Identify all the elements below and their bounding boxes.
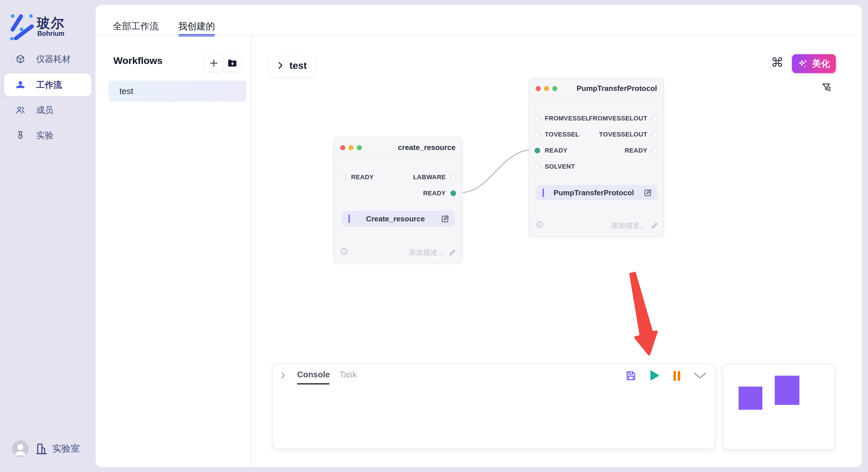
port-circle[interactable] — [341, 174, 346, 180]
avatar[interactable] — [12, 440, 29, 457]
info-icon[interactable] — [536, 221, 543, 228]
minimap-node — [739, 386, 763, 410]
traffic-light-yellow — [544, 86, 549, 91]
port-input-solvent[interactable]: SOLVENT — [534, 163, 575, 170]
port-circle[interactable] — [652, 148, 658, 154]
add-workflow-button[interactable] — [205, 55, 223, 71]
flask-icon — [16, 131, 25, 140]
panel-divider — [251, 36, 251, 467]
port-circle[interactable] — [451, 174, 456, 180]
run-play-icon[interactable] — [649, 370, 660, 382]
edit-icon[interactable] — [644, 189, 652, 197]
info-icon[interactable] — [341, 248, 348, 255]
node-title: PumpTransferProtocol — [577, 84, 657, 93]
sidebar-item-label: 仪器耗材 — [36, 53, 71, 65]
bohrium-logo-icon — [10, 14, 34, 40]
minimap-node — [775, 376, 799, 405]
sidebar-item-workflow[interactable]: 工作流 — [4, 73, 91, 96]
tab-my-created[interactable]: 我创建的 — [178, 20, 215, 33]
sidebar-item-label: 成员 — [36, 104, 53, 116]
tab-all-workflows[interactable]: 全部工作流 — [113, 20, 159, 33]
port-output-ready[interactable]: READY — [423, 190, 456, 197]
pencil-icon — [448, 249, 456, 256]
team-icon — [16, 80, 25, 90]
users-icon — [16, 105, 25, 115]
port-output-tovesselout[interactable]: TOVESSELOUT — [599, 131, 658, 138]
collapse-chevron-icon[interactable] — [693, 372, 707, 379]
command-icon[interactable]: ⌘ — [771, 55, 784, 70]
node-description-placeholder[interactable]: 添加描述... — [409, 248, 456, 257]
pencil-icon — [651, 222, 658, 229]
node-create-resource[interactable]: create_resource READY LABWARE READY Crea… — [333, 137, 462, 263]
console-expand-icon[interactable] — [280, 371, 286, 380]
node-action-pill[interactable]: PumpTransferProtocol — [536, 185, 657, 200]
box-icon — [16, 54, 25, 64]
app-root: 玻尔 Bohrium 仪器耗材 工作流 成员 — [0, 0, 868, 472]
chevron-right-icon — [278, 61, 283, 69]
node-action-pill[interactable]: Create_resource — [342, 211, 455, 227]
port-circle[interactable] — [652, 115, 658, 121]
port-circle-connected[interactable] — [534, 148, 540, 154]
port-circle[interactable] — [534, 132, 540, 137]
traffic-light-red — [340, 145, 345, 150]
traffic-light-yellow — [348, 145, 353, 150]
building-icon — [36, 442, 48, 456]
beautify-button[interactable]: 美化 — [792, 54, 836, 73]
filter-icon[interactable] — [821, 82, 832, 94]
sidebar-item-label: 工作流 — [36, 79, 62, 91]
port-input-ready[interactable]: READY — [341, 173, 374, 181]
port-circle-connected[interactable] — [451, 191, 456, 196]
node-header: PumpTransferProtocol — [529, 78, 663, 99]
workspace-label: 实验室 — [52, 442, 80, 455]
canvas-breadcrumb[interactable]: test — [270, 54, 315, 77]
workflow-item-label: test — [119, 86, 133, 96]
save-icon[interactable] — [625, 370, 637, 381]
sidebar-item-label: 实验 — [36, 130, 53, 141]
console-tab-task[interactable]: Task — [340, 370, 357, 379]
node-header: create_resource — [334, 138, 462, 158]
header-divider — [96, 35, 862, 36]
port-output-ready[interactable]: READY — [625, 147, 658, 154]
port-input-ready[interactable]: READY — [534, 147, 567, 154]
traffic-light-green — [552, 86, 557, 91]
workspace-switcher[interactable]: 实验室 — [12, 440, 80, 457]
port-circle[interactable] — [534, 115, 540, 121]
minimap[interactable] — [722, 364, 835, 450]
sparkles-icon — [798, 59, 808, 69]
console-tab-console[interactable]: Console — [297, 370, 330, 379]
traffic-light-red — [536, 86, 541, 91]
sidebar-item-members[interactable]: 成员 — [4, 100, 91, 121]
port-circle[interactable] — [534, 164, 540, 169]
avatar-person-icon — [12, 440, 29, 457]
breadcrumb-label: test — [289, 60, 307, 71]
port-input-fromvessel[interactable]: FROMVESSEL — [534, 115, 590, 122]
folder-download-icon — [228, 59, 237, 67]
workflow-list-item-test[interactable]: test — [108, 80, 246, 102]
port-circle[interactable] — [652, 132, 658, 137]
pause-icon[interactable] — [673, 371, 681, 381]
port-output-fromvesselout[interactable]: FROMVESSELOUT — [589, 115, 658, 122]
plus-icon — [210, 59, 218, 67]
node-description-placeholder[interactable]: 添加描述... — [611, 221, 658, 230]
import-workflow-button[interactable] — [223, 55, 242, 71]
beautify-label: 美化 — [812, 58, 830, 70]
node-pump-transfer-protocol[interactable]: PumpTransferProtocol FROMVESSEL TOVESSEL… — [529, 78, 664, 237]
port-input-tovessel[interactable]: TOVESSEL — [534, 131, 579, 138]
node-title: create_resource — [398, 143, 456, 152]
brand-name-zh: 玻尔 — [37, 14, 65, 32]
traffic-light-green — [357, 145, 362, 150]
brand-name-en: Bohrium — [37, 30, 65, 38]
workflow-list-title: Workflows — [113, 55, 162, 66]
sidebar-item-instruments[interactable]: 仪器耗材 — [4, 49, 91, 69]
edit-icon[interactable] — [441, 214, 450, 223]
sidebar-item-experiments[interactable]: 实验 — [4, 125, 91, 146]
console-active-underline — [297, 383, 330, 384]
port-output-labware[interactable]: LABWARE — [413, 173, 456, 181]
